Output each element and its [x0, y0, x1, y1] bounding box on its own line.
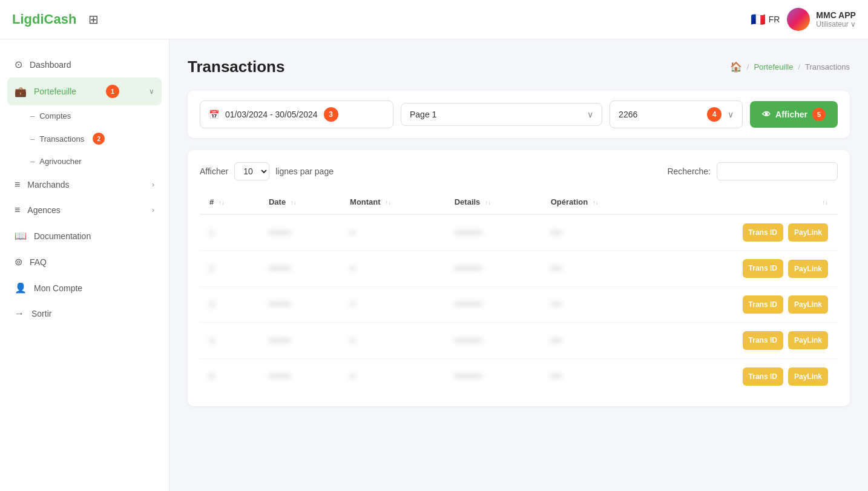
action-buttons: Trans ID PayLink: [666, 223, 828, 242]
sidebar-item-transactions[interactable]: – Transactions 2: [0, 127, 169, 151]
chevron-right-icon: ›: [152, 206, 154, 214]
sidebar-item-agences[interactable]: ≡ Agences ›: [0, 197, 169, 223]
sidebar-item-label: Mon Compte: [34, 283, 82, 293]
sidebar-item-mon-compte[interactable]: 👤 Mon Compte: [0, 275, 169, 301]
avatar: [787, 8, 810, 31]
filters-bar: 📅 01/03/2024 - 30/05/2024 3 Page 1 ∨ 226…: [188, 91, 850, 138]
trans-id-button[interactable]: Trans ID: [743, 367, 783, 386]
page-select-value: Page 1: [410, 110, 436, 119]
table-controls-right: Recherche:: [667, 162, 838, 180]
marchands-icon: ≡: [15, 179, 20, 190]
col-hash: # ↑↓: [200, 190, 259, 214]
account-badge: 4: [707, 107, 722, 122]
chevron-right-icon: ›: [152, 180, 154, 189]
sidebar-item-marchands[interactable]: ≡ Marchands ›: [0, 172, 169, 197]
user-role[interactable]: Utilisateur ∨: [816, 20, 856, 28]
col-actions: ↑↓: [657, 190, 838, 214]
page-select[interactable]: Page 1 ∨: [401, 103, 602, 126]
navbar-left: LigdiCash ⊞: [12, 12, 99, 27]
sidebar-item-agrivoucher[interactable]: – Agrivoucher: [0, 151, 169, 172]
sidebar-item-label: Sortir: [31, 309, 51, 318]
cell-details: ••••••••••: [445, 358, 541, 394]
cell-details: ••••••••••: [445, 214, 541, 251]
afficher-badge: 5: [812, 108, 826, 121]
table-controls: Afficher 10 25 50 lignes par page Recher…: [200, 162, 838, 180]
logout-icon: →: [15, 308, 24, 319]
content-area: Transactions 🏠 / Portefeuille / Transact…: [169, 39, 868, 491]
col-operation[interactable]: Opération ↑↓: [541, 190, 657, 214]
sidebar-item-label: Dashboard: [30, 60, 71, 70]
table-row: 3 •••••••• •• •••••••••• •••• Trans ID P…: [200, 286, 838, 322]
data-table: # ↑↓ Date ↑↓ Montant ↑↓ Details ↑↓ Opéra…: [200, 190, 838, 394]
account-value: 2266: [619, 110, 701, 119]
col-date[interactable]: Date ↑↓: [259, 190, 340, 214]
cell-id: 5: [200, 358, 259, 394]
trans-id-button[interactable]: Trans ID: [743, 223, 783, 242]
cell-date: ••••••••: [259, 286, 340, 322]
trans-id-button[interactable]: Trans ID: [743, 331, 783, 349]
search-input[interactable]: [717, 162, 838, 180]
paylink-button[interactable]: PayLink: [788, 295, 828, 314]
trans-id-button[interactable]: Trans ID: [743, 259, 783, 277]
account-filter[interactable]: 2266 4 ∨: [610, 101, 743, 128]
cell-date: ••••••••: [259, 251, 340, 286]
user-name: MMC APP: [816, 10, 856, 20]
sidebar: ⊙ Dashboard 💼 Portefeuille 1 ∨ – Comptes…: [0, 39, 169, 491]
navbar-right: 🇫🇷 FR MMC APP Utilisateur ∨: [751, 8, 856, 31]
trans-id-button[interactable]: Trans ID: [743, 295, 783, 314]
page-title: Transactions: [188, 58, 284, 76]
cell-date: ••••••••: [259, 323, 340, 358]
sidebar-item-comptes[interactable]: – Comptes: [0, 105, 169, 127]
header-row: # ↑↓ Date ↑↓ Montant ↑↓ Details ↑↓ Opéra…: [200, 190, 838, 214]
cell-details: ••••••••••: [445, 286, 541, 322]
sidebar-item-faq[interactable]: ⊚ FAQ: [0, 249, 169, 275]
sidebar-sub-label: Agrivoucher: [39, 157, 81, 166]
sidebar-item-documentation[interactable]: 📖 Documentation: [0, 223, 169, 249]
sidebar-sub-label: Transactions: [39, 134, 84, 143]
date-range-filter[interactable]: 📅 01/03/2024 - 30/05/2024 3: [200, 101, 393, 128]
cell-montant: ••: [340, 214, 445, 251]
sidebar-item-dashboard[interactable]: ⊙ Dashboard: [0, 51, 169, 77]
cell-operation: ••••: [541, 358, 657, 394]
paylink-button[interactable]: PayLink: [788, 331, 828, 349]
cell-actions: Trans ID PayLink: [657, 358, 838, 394]
action-buttons: Trans ID PayLink: [666, 295, 828, 314]
col-details[interactable]: Details ↑↓: [445, 190, 541, 214]
cell-actions: Trans ID PayLink: [657, 214, 838, 251]
sidebar-sub-label: Comptes: [39, 111, 71, 120]
paylink-button[interactable]: PayLink: [788, 367, 828, 386]
lang-code: FR: [769, 15, 780, 24]
table-row: 2 •••••••• •• •••••••••• •••• Trans ID P…: [200, 251, 838, 286]
dash-icon: –: [30, 157, 35, 166]
grid-icon[interactable]: ⊞: [88, 12, 99, 27]
home-icon[interactable]: 🏠: [730, 61, 742, 73]
breadcrumb: 🏠 / Portefeuille / Transactions: [730, 61, 850, 73]
sidebar-item-sortir[interactable]: → Sortir: [0, 301, 169, 326]
transactions-badge: 2: [93, 133, 105, 145]
cell-actions: Trans ID PayLink: [657, 251, 838, 286]
navbar: LigdiCash ⊞ 🇫🇷 FR MMC APP Utilisateur ∨: [0, 0, 868, 39]
cell-id: 1: [200, 214, 259, 251]
breadcrumb-parent[interactable]: Portefeuille: [754, 62, 793, 71]
paylink-button[interactable]: PayLink: [788, 260, 828, 278]
cell-actions: Trans ID PayLink: [657, 286, 838, 322]
sidebar-item-portefeuille[interactable]: 💼 Portefeuille 1 ∨: [7, 77, 162, 105]
flag-icon: 🇫🇷: [751, 12, 766, 27]
cell-id: 4: [200, 323, 259, 358]
cell-id: 3: [200, 286, 259, 322]
table-card: Afficher 10 25 50 lignes par page Recher…: [188, 150, 850, 406]
breadcrumb-current: Transactions: [805, 62, 850, 71]
dashboard-icon: ⊙: [15, 59, 22, 70]
language-selector[interactable]: 🇫🇷 FR: [751, 12, 780, 27]
portefeuille-badge: 1: [106, 85, 119, 98]
sidebar-item-label: Agences: [27, 205, 60, 215]
page-header: Transactions 🏠 / Portefeuille / Transact…: [188, 58, 850, 76]
cell-montant: ••: [340, 358, 445, 394]
paylink-button[interactable]: PayLink: [788, 223, 828, 242]
col-montant[interactable]: Montant ↑↓: [340, 190, 445, 214]
per-page-select[interactable]: 10 25 50: [234, 162, 269, 180]
user-info: MMC APP Utilisateur ∨: [787, 8, 856, 31]
portefeuille-icon: 💼: [15, 86, 27, 97]
afficher-button[interactable]: 👁 Afficher 5: [750, 101, 838, 128]
eye-icon: 👁: [762, 110, 771, 119]
